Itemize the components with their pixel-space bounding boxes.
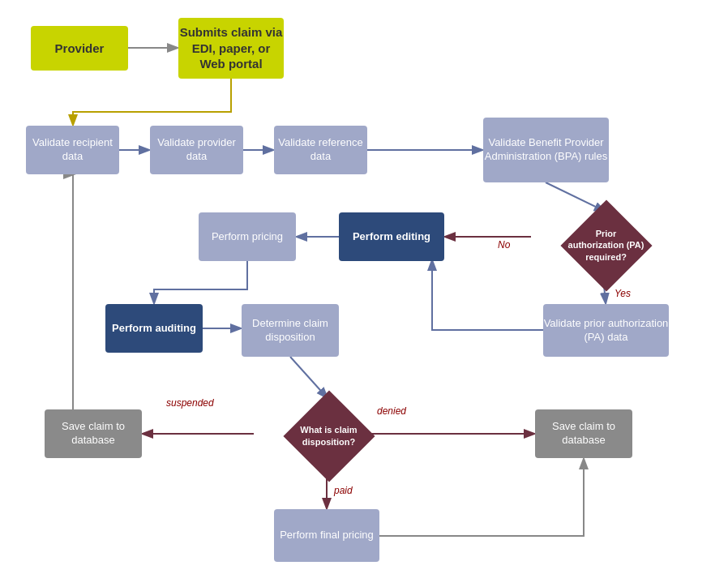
save-claim-right-node: Save claim to database xyxy=(535,409,632,458)
submits-claim-node: Submits claim via EDI, paper, or Web por… xyxy=(178,18,284,79)
validate-bpa-node: Validate Benefit Provider Administration… xyxy=(483,118,609,182)
paid-label: paid xyxy=(334,485,353,496)
svg-line-9 xyxy=(290,357,327,397)
validate-provider-node: Validate provider data xyxy=(150,126,243,174)
validate-recipient-node: Validate recipient data xyxy=(26,126,119,174)
diagram: Provider Submits claim via EDI, paper, o… xyxy=(0,0,728,587)
yes-label: Yes xyxy=(615,288,631,299)
claim-disposition-diamond: What is claim disposition? xyxy=(290,397,367,474)
perform-final-pricing-node: Perform final pricing xyxy=(274,509,379,562)
determine-claim-node: Determine claim disposition xyxy=(242,304,339,357)
perform-auditing-node: Perform auditing xyxy=(105,304,203,353)
perform-pricing-node: Perform pricing xyxy=(199,212,296,261)
perform-editing-node: Perform editing xyxy=(339,212,444,261)
denied-label: denied xyxy=(377,405,406,417)
pa-required-diamond: Prior authorization (PA) required? xyxy=(567,207,644,284)
save-claim-left-node: Save claim to database xyxy=(45,409,142,458)
validate-reference-node: Validate reference data xyxy=(274,126,367,174)
validate-pa-node: Validate prior authorization (PA) data xyxy=(543,304,669,357)
no-label: No xyxy=(498,239,510,251)
provider-node: Provider xyxy=(31,26,128,71)
suspended-label: suspended xyxy=(166,397,214,409)
